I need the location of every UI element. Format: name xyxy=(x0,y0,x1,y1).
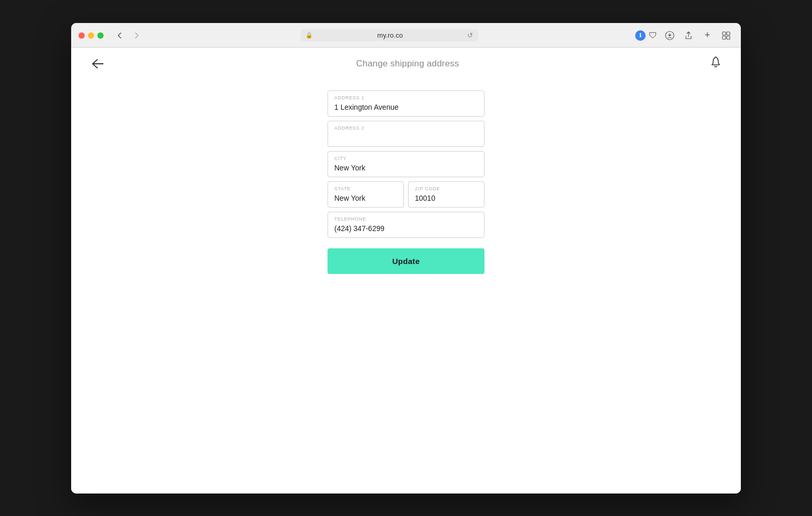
address-bar[interactable]: 🔒 my.ro.co ↺ xyxy=(300,29,478,41)
state-zip-group: STATE ZIP CODE xyxy=(328,181,484,208)
address1-input[interactable] xyxy=(334,103,478,111)
form-container: ADDRESS 1 ADDRESS 2 CITY xyxy=(71,80,741,295)
svg-rect-3 xyxy=(723,36,726,39)
telephone-field-wrapper: TELEPHONE xyxy=(328,212,484,238)
city-input[interactable] xyxy=(334,164,478,172)
address1-group: ADDRESS 1 xyxy=(328,90,484,117)
page-content: Change shipping address ADDRESS 1 AD xyxy=(71,48,741,494)
download-button[interactable] xyxy=(662,28,677,43)
address1-label: ADDRESS 1 xyxy=(334,95,478,100)
app-header: Change shipping address xyxy=(71,48,741,80)
browser-window: 🔒 my.ro.co ↺ ℹ 🛡 + xyxy=(71,23,741,494)
refresh-icon[interactable]: ↺ xyxy=(467,31,473,39)
minimize-button[interactable] xyxy=(88,32,94,39)
telephone-input[interactable] xyxy=(334,224,478,233)
close-button[interactable] xyxy=(78,32,85,39)
update-button[interactable]: Update xyxy=(328,248,484,274)
page-title: Change shipping address xyxy=(356,59,459,69)
svg-rect-2 xyxy=(727,32,730,35)
browser-nav xyxy=(113,30,143,41)
lock-icon: 🔒 xyxy=(306,32,313,39)
new-tab-button[interactable]: + xyxy=(700,28,715,43)
share-button[interactable] xyxy=(681,28,696,43)
notification-button[interactable] xyxy=(709,56,722,72)
svg-rect-1 xyxy=(723,32,726,35)
forward-nav-button[interactable] xyxy=(130,30,143,41)
address1-field-wrapper: ADDRESS 1 xyxy=(328,90,484,117)
address2-group: ADDRESS 2 xyxy=(328,121,484,147)
browser-extensions: ℹ 🛡 xyxy=(635,30,657,41)
state-label: STATE xyxy=(334,186,397,191)
telephone-group: TELEPHONE xyxy=(328,212,484,238)
city-group: CITY xyxy=(328,151,484,177)
url-display: my.ro.co xyxy=(316,31,464,39)
telephone-label: TELEPHONE xyxy=(334,216,478,222)
zip-label: ZIP CODE xyxy=(415,186,478,191)
address2-field-wrapper: ADDRESS 2 xyxy=(328,121,484,147)
address2-label: ADDRESS 2 xyxy=(334,125,478,131)
ro-extension-icon[interactable]: ℹ xyxy=(635,30,646,41)
shield-extension-icon[interactable]: 🛡 xyxy=(649,31,657,40)
state-input[interactable] xyxy=(334,194,397,202)
address-bar-container: 🔒 my.ro.co ↺ xyxy=(149,29,630,41)
browser-actions-right: + xyxy=(662,28,734,43)
zip-input[interactable] xyxy=(415,194,478,202)
city-field-wrapper: CITY xyxy=(328,151,484,177)
browser-chrome: 🔒 my.ro.co ↺ ℹ 🛡 + xyxy=(71,23,741,48)
back-nav-button[interactable] xyxy=(113,30,127,41)
traffic-lights xyxy=(78,32,104,39)
maximize-button[interactable] xyxy=(97,32,104,39)
back-button[interactable] xyxy=(90,57,106,71)
address2-input[interactable] xyxy=(334,133,478,142)
city-label: CITY xyxy=(334,156,478,161)
svg-rect-4 xyxy=(727,36,730,39)
zip-field-wrapper: ZIP CODE xyxy=(408,181,484,208)
tabs-button[interactable] xyxy=(719,28,734,43)
state-field-wrapper: STATE xyxy=(328,181,404,208)
